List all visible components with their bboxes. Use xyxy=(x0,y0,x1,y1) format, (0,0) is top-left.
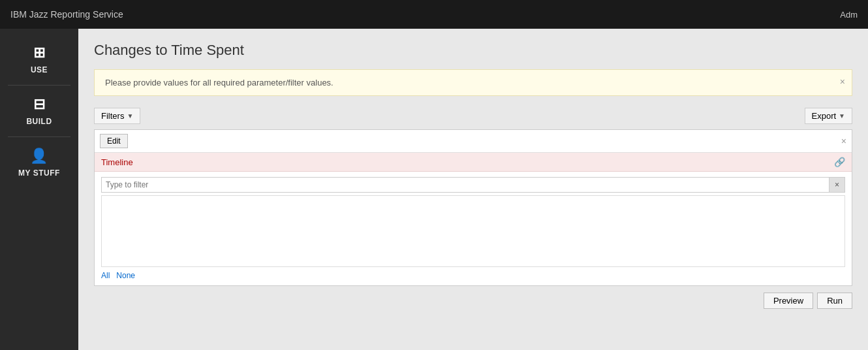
filter-section-title-row: Timeline 🔗 xyxy=(95,153,852,172)
filter-panel-close-button[interactable]: × xyxy=(841,136,846,146)
mystuff-icon: 👤 xyxy=(30,148,48,165)
toolbar-row: Filters ▼ Export ▼ xyxy=(94,108,852,124)
filter-panel: Edit × Timeline 🔗 × All xyxy=(94,129,852,286)
edit-button[interactable]: Edit xyxy=(100,134,128,148)
filter-search-row: × xyxy=(95,172,852,195)
filter-section-title-text: Timeline xyxy=(101,157,133,167)
main-layout: ⊞ USE ⊟ BUILD 👤 MY STUFF Changes to Time… xyxy=(0,29,868,350)
content-area: Changes to Time Spent Please provide val… xyxy=(78,29,868,350)
warning-message: Please provide values for all required p… xyxy=(105,78,333,88)
filter-list-area xyxy=(101,195,845,267)
filter-search-clear-button[interactable]: × xyxy=(829,177,845,193)
export-label: Export xyxy=(812,111,837,121)
filter-all-link[interactable]: All xyxy=(101,271,110,280)
filter-none-link[interactable]: None xyxy=(116,271,135,280)
sidebar: ⊞ USE ⊟ BUILD 👤 MY STUFF xyxy=(0,29,78,350)
filter-section-timeline: Timeline 🔗 × All None xyxy=(95,153,852,285)
warning-banner: Please provide values for all required p… xyxy=(94,69,852,96)
export-button[interactable]: Export ▼ xyxy=(805,108,852,124)
sidebar-item-build[interactable]: ⊟ BUILD xyxy=(0,86,78,136)
admin-label: Adm xyxy=(840,10,858,20)
filter-panel-header: Edit × xyxy=(95,130,852,153)
build-icon: ⊟ xyxy=(33,96,46,113)
filters-button[interactable]: Filters ▼ xyxy=(94,108,140,124)
export-arrow-icon: ▼ xyxy=(839,112,845,119)
filter-footer: All None xyxy=(95,267,852,285)
sidebar-item-use[interactable]: ⊞ USE xyxy=(0,34,78,85)
top-bar: IBM Jazz Reporting Service Adm xyxy=(0,0,868,29)
sidebar-use-label: USE xyxy=(31,65,48,74)
sidebar-build-label: BUILD xyxy=(26,117,52,126)
filter-search-input[interactable] xyxy=(101,177,829,193)
use-icon: ⊞ xyxy=(33,44,46,61)
warning-close-button[interactable]: × xyxy=(840,76,845,87)
page-title: Changes to Time Spent xyxy=(94,42,852,59)
run-button[interactable]: Run xyxy=(817,293,852,309)
filter-link-icon: 🔗 xyxy=(834,157,845,167)
sidebar-mystuff-label: MY STUFF xyxy=(18,168,60,178)
app-title: IBM Jazz Reporting Service xyxy=(10,9,123,20)
action-row: Preview Run xyxy=(94,286,852,310)
filters-arrow-icon: ▼ xyxy=(127,112,133,119)
filters-label: Filters xyxy=(101,111,124,121)
preview-button[interactable]: Preview xyxy=(764,293,813,309)
sidebar-item-mystuff[interactable]: 👤 MY STUFF xyxy=(0,137,78,188)
